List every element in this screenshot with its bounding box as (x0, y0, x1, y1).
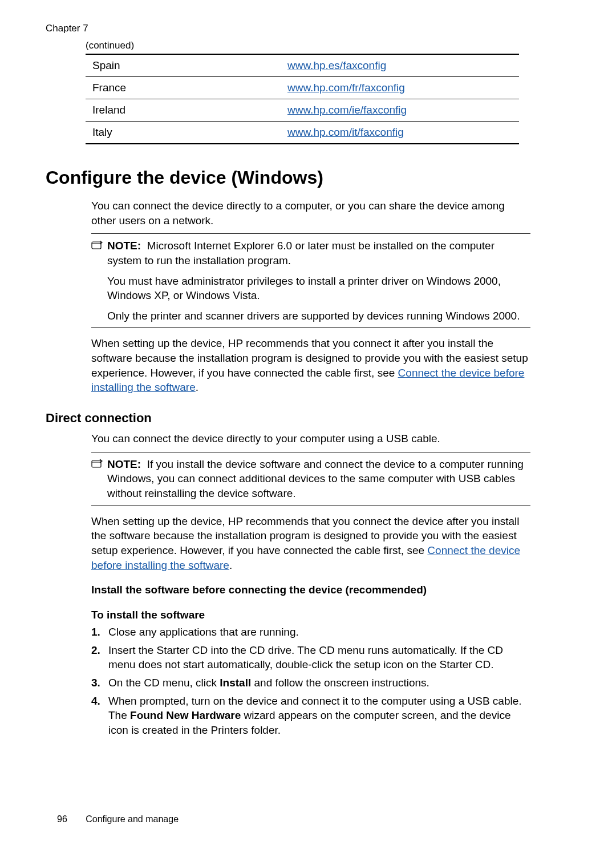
country-url-table: Spain www.hp.es/faxconfig France www.hp.… (86, 54, 519, 144)
list-item: On the CD menu, click Install and follow… (91, 676, 530, 690)
page-number: 96 (57, 814, 67, 824)
table-row: Italy www.hp.com/it/faxconfig (86, 122, 519, 144)
body-text: You can connect the device directly to y… (91, 431, 530, 446)
table-row: Spain www.hp.es/faxconfig (86, 54, 519, 77)
svg-rect-1 (92, 460, 101, 467)
intro-text: You can connect the device directly to a… (91, 199, 530, 228)
list-item: Close any applications that are running. (91, 625, 530, 640)
note-text: You must have administrator privileges t… (107, 274, 530, 303)
intro-paragraph: You can connect the device directly to a… (91, 199, 530, 228)
footer-title: Configure and manage (86, 814, 179, 824)
country-cell: Ireland (86, 99, 281, 122)
list-item: Insert the Starter CD into the CD drive.… (91, 643, 530, 672)
direct-intro: You can connect the device directly to y… (91, 431, 530, 446)
note-text: If you install the device software and c… (107, 458, 524, 499)
country-cell: Italy (86, 122, 281, 144)
country-cell: Spain (86, 54, 281, 77)
url-cell: www.hp.es/faxconfig (281, 54, 519, 77)
svg-rect-0 (92, 242, 101, 249)
step-text: Insert the Starter CD into the CD drive.… (108, 643, 530, 672)
install-steps: Close any applications that are running.… (91, 625, 530, 737)
note-block: NOTE: If you install the device software… (91, 452, 530, 506)
list-item: When prompted, turn on the device and co… (91, 694, 530, 738)
section-title: Configure the device (Windows) (46, 167, 570, 188)
chapter-label: Chapter 7 (46, 23, 570, 34)
body-text: . (196, 381, 198, 393)
note-content: NOTE: Microsoft Internet Explorer 6.0 or… (107, 238, 530, 323)
note-icon (91, 240, 103, 253)
faxconfig-link[interactable]: www.hp.es/faxconfig (287, 59, 386, 71)
direct-connection-heading: Direct connection (46, 411, 570, 426)
step-text: Close any applications that are running. (108, 625, 530, 640)
faxconfig-link[interactable]: www.hp.com/ie/faxconfig (287, 104, 407, 116)
step-text: On the CD menu, click Install and follow… (108, 676, 530, 690)
body-text: . (229, 559, 232, 571)
note-label: NOTE: (107, 240, 141, 252)
note-content: NOTE: If you install the device software… (107, 457, 530, 501)
step-text: When prompted, turn on the device and co… (108, 694, 530, 738)
body-paragraph: When setting up the device, HP recommend… (91, 336, 530, 395)
note-text: Only the printer and scanner drivers are… (107, 309, 530, 324)
install-heading: Install the software before connecting t… (91, 584, 570, 596)
note-label: NOTE: (107, 458, 141, 470)
url-cell: www.hp.com/fr/faxconfig (281, 77, 519, 99)
table-row: Ireland www.hp.com/ie/faxconfig (86, 99, 519, 122)
url-cell: www.hp.com/it/faxconfig (281, 122, 519, 144)
note-icon (91, 459, 103, 471)
url-cell: www.hp.com/ie/faxconfig (281, 99, 519, 122)
country-cell: France (86, 77, 281, 99)
continued-label: (continued) (86, 40, 570, 51)
table-row: France www.hp.com/fr/faxconfig (86, 77, 519, 99)
body-paragraph: When setting up the device, HP recommend… (91, 514, 530, 573)
note-text: Microsoft Internet Explorer 6.0 or later… (107, 240, 495, 266)
note-block: NOTE: Microsoft Internet Explorer 6.0 or… (91, 233, 530, 328)
page-footer: 96 Configure and manage (57, 814, 179, 824)
faxconfig-link[interactable]: www.hp.com/it/faxconfig (287, 126, 404, 138)
faxconfig-link[interactable]: www.hp.com/fr/faxconfig (287, 82, 405, 94)
to-install-heading: To install the software (91, 609, 570, 621)
